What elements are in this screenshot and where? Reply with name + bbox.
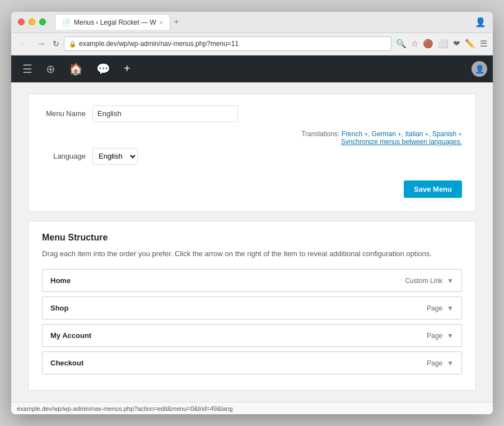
menu-item[interactable]: Home Custom Link ▼ — [42, 269, 462, 292]
forward-button[interactable]: → — [35, 38, 48, 50]
wp-comments-icon[interactable]: 💬 — [91, 58, 116, 80]
menu-item-arrow-home[interactable]: ▼ — [447, 277, 454, 285]
new-tab-button[interactable]: + — [174, 17, 179, 27]
back-button[interactable]: ← — [17, 38, 30, 50]
menu-item-name-home: Home — [50, 276, 405, 285]
save-menu-button[interactable]: Save Menu — [404, 180, 462, 198]
avatar-icon: 👤 — [475, 64, 484, 73]
menu-item-arrow-myaccount[interactable]: ▼ — [447, 332, 454, 340]
refresh-button[interactable]: ↻ — [53, 39, 59, 48]
url-text: example.dev/wp/wp-admin/nav-menus.php?me… — [79, 40, 386, 48]
traffic-lights — [18, 18, 46, 25]
sync-menus-link[interactable]: Synchronize menus between languages. — [341, 138, 462, 146]
wp-admin-bar: ☰ ⊕ 🏠 💬 + 👤 — [11, 55, 493, 82]
extension-icon-3[interactable]: ❤ — [453, 39, 460, 49]
menu-item-type-myaccount: Page — [427, 332, 442, 340]
menu-item-type-home: Custom Link — [405, 277, 442, 285]
tab-title: Menus ‹ Legal Rocket — W — [74, 18, 156, 26]
language-label: Language — [42, 152, 92, 160]
menu-name-label: Menu Name — [42, 109, 92, 118]
menu-structure-title: Menu Structure — [42, 233, 462, 243]
language-row: Language English French German Italian S… — [42, 148, 462, 165]
translation-german-link[interactable]: German + — [372, 130, 402, 138]
translation-spanish-link[interactable]: Spanish + — [432, 130, 462, 138]
tab-bar: 📄 Menus ‹ Legal Rocket — W × + — [55, 14, 475, 30]
minimize-window-button[interactable] — [29, 18, 35, 25]
secure-icon: 🔒 — [69, 40, 77, 48]
title-bar: 📄 Menus ‹ Legal Rocket — W × + 👤 — [11, 12, 493, 33]
main-content: Menu Name Translations: French +, German… — [11, 82, 493, 402]
menu-item-arrow-shop[interactable]: ▼ — [447, 304, 454, 312]
tab-close-button[interactable]: × — [160, 19, 163, 26]
menu-item-name-checkout: Checkout — [50, 359, 427, 367]
menu-item-type-shop: Page — [427, 304, 442, 312]
status-bar: example.dev/wp/wp-admin/nav-menus.php?ac… — [11, 402, 493, 414]
wp-new-content-icon[interactable]: + — [118, 58, 136, 80]
menu-item-type-checkout: Page — [427, 359, 442, 367]
menu-item[interactable]: My Account Page ▼ — [42, 324, 462, 347]
tab-favicon: 📄 — [62, 18, 71, 26]
menu-name-input[interactable] — [92, 105, 238, 122]
close-window-button[interactable] — [18, 18, 25, 25]
wp-user-avatar[interactable]: 👤 — [472, 61, 487, 77]
menu-item[interactable]: Checkout Page ▼ — [42, 351, 462, 374]
bookmark-icon[interactable]: ☆ — [411, 39, 418, 49]
extension-icon-1[interactable]: 🟤 — [423, 39, 433, 49]
menu-icon[interactable]: ☰ — [480, 39, 487, 49]
menu-name-row: Menu Name — [42, 105, 462, 122]
search-icon[interactable]: 🔍 — [396, 39, 407, 49]
menu-item-arrow-checkout[interactable]: ▼ — [447, 359, 454, 367]
wp-logo[interactable]: ⊕ — [40, 58, 61, 80]
status-url: example.dev/wp/wp-admin/nav-menus.php?ac… — [17, 405, 233, 412]
menu-item[interactable]: Shop Page ▼ — [42, 297, 462, 320]
save-row: Save Menu — [42, 173, 462, 200]
menu-form-section: Menu Name Translations: French +, German… — [28, 94, 476, 212]
menu-structure-section: Menu Structure Drag each item into the o… — [28, 221, 476, 391]
extension-icon-4[interactable]: ✏️ — [465, 39, 475, 49]
translation-italian-link[interactable]: Italian + — [405, 130, 428, 138]
url-bar[interactable]: 🔒 example.dev/wp/wp-admin/nav-menus.php?… — [64, 36, 391, 51]
browser-tab[interactable]: 📄 Menus ‹ Legal Rocket — W × — [55, 14, 170, 30]
maximize-window-button[interactable] — [39, 18, 46, 25]
extension-icon-2[interactable]: ⬜ — [438, 39, 449, 49]
address-bar: ← → ↻ 🔒 example.dev/wp/wp-admin/nav-menu… — [11, 33, 493, 55]
wp-menu-toggle[interactable]: ☰ — [17, 58, 38, 80]
translations-row: Translations: French +, German +, Italia… — [42, 130, 462, 146]
browser-window: 📄 Menus ‹ Legal Rocket — W × + 👤 ← → ↻ 🔒… — [11, 12, 493, 415]
language-select[interactable]: English French German Italian Spanish — [92, 148, 138, 165]
menu-structure-hint: Drag each item into the order you prefer… — [42, 248, 462, 260]
window-controls: 👤 — [475, 17, 486, 27]
translations-label: Translations: — [301, 130, 339, 138]
menu-item-name-shop: Shop — [50, 304, 427, 312]
browser-action-icons: 🔍 ☆ 🟤 ⬜ ❤ ✏️ ☰ — [396, 39, 487, 49]
menu-item-name-myaccount: My Account — [50, 331, 427, 340]
translation-french-link[interactable]: French + — [342, 130, 368, 138]
wp-home-icon[interactable]: 🏠 — [63, 58, 88, 80]
